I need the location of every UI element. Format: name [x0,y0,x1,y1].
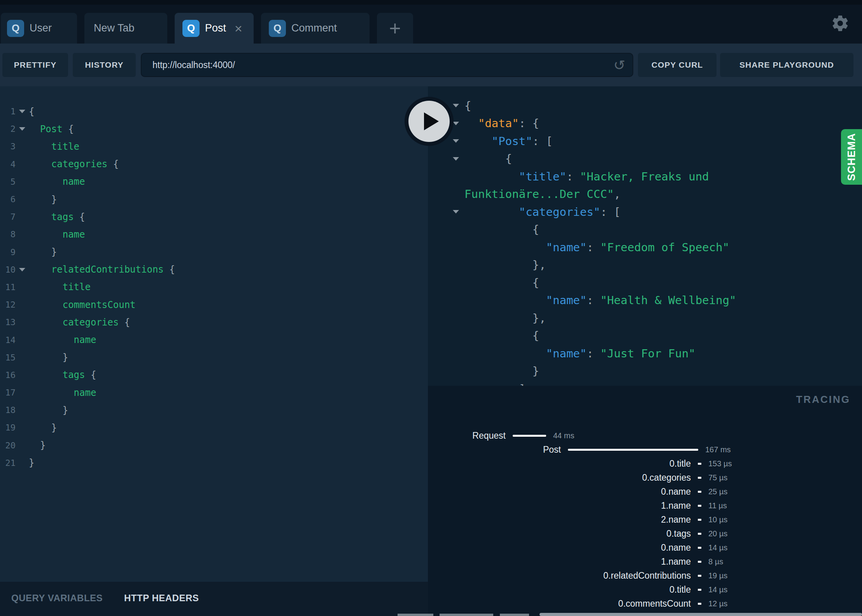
tracing-row-label: 0.commentsCount [428,598,691,609]
schema-side-tab[interactable]: SCHEMA [841,129,862,185]
query-line: 9 } [0,243,428,261]
line-number: 11 [0,282,16,292]
fold-caret-icon[interactable] [19,110,25,113]
tracing-duration-bar [568,449,698,451]
fold-caret-icon[interactable] [453,122,459,125]
line-number: 13 [0,317,16,327]
tracing-row-label: 0.tags [428,528,691,539]
horizontal-scrollbar[interactable] [540,613,862,616]
prettify-button[interactable]: PRETTIFY [2,53,68,77]
response-line: "name": "Just For Fun" [428,345,862,362]
fold-caret-icon[interactable] [453,104,459,107]
tracing-row-value: 12 µs [708,599,727,608]
response-line: Funktionäre...Der CCC", [428,186,862,203]
share-playground-button[interactable]: SHARE PLAYGROUND [720,53,853,77]
line-number: 10 [0,265,16,275]
line-number: 7 [0,212,16,222]
query-line: 21} [0,454,428,472]
copy-curl-button[interactable]: COPY CURL [638,53,717,77]
fold-caret-icon[interactable] [19,268,25,271]
query-line: 17 name [0,384,428,401]
tracing-row-label: 0.categories [428,472,691,483]
http-headers-tab[interactable]: HTTP HEADERS [124,593,199,604]
history-button[interactable]: HISTORY [73,53,136,77]
tab-bar: Q User New Tab Q Post × Q Comment + [0,0,862,44]
line-number: 5 [0,177,16,187]
fold-caret-icon[interactable] [453,210,459,214]
line-number: 15 [0,353,16,362]
line-number: 14 [0,335,16,345]
line-number: 1 [0,107,16,116]
response-line: { [428,150,862,168]
tracing-row-value: 153 µs [708,459,732,468]
tracing-row-label: 0.name [428,542,691,553]
line-number: 17 [0,388,16,397]
query-line: 5 name [0,173,428,191]
tracing-duration-dash [698,505,701,507]
tab-new-tab[interactable]: New Tab [84,13,167,44]
query-line: 20 } [0,437,428,454]
tracing-row-label: Post [428,444,561,455]
response-line: "name": "Health & Wellbeing" [428,292,862,310]
line-number: 2 [0,124,16,134]
schema-tab-label: SCHEMA [846,133,858,181]
tracing-row-value: 14 µs [708,543,727,552]
execute-query-button[interactable] [405,97,454,146]
tracing-row-label: 0.title [428,458,691,469]
close-tab-icon[interactable]: × [235,22,242,35]
toolbar: PRETTIFY HISTORY ↺ COPY CURL SHARE PLAYG… [0,44,862,86]
tracing-row: 0.relatedContributions19 µs [428,569,862,583]
tracing-row: 1.name8 µs [428,555,862,569]
tab-post[interactable]: Q Post × [175,13,254,44]
tracing-row-label: Request [428,430,506,441]
tab-label: Comment [291,22,337,34]
tracing-duration-dash [698,603,701,605]
query-line: 7 tags { [0,208,428,226]
tracing-row-label: 1.name [428,500,691,511]
tracing-row: 0.title14 µs [428,583,862,597]
response-line: "categories": [ [428,203,862,221]
response-viewer[interactable]: { "data": { "Post": [ { "title": "Hacker… [428,86,862,386]
tab-label: User [30,22,52,34]
line-number: 19 [0,423,16,432]
tracing-row-label: 2.name [428,514,691,525]
query-badge-icon: Q [7,20,24,37]
query-variables-tab[interactable]: QUERY VARIABLES [11,593,103,604]
endpoint-url-input[interactable] [141,53,633,77]
add-tab-button[interactable]: + [377,13,413,44]
query-line: 8 name [0,226,428,243]
tracing-panel[interactable]: TRACING Request44 msPost167 ms0.title153… [428,386,862,616]
tracing-row-value: 11 µs [708,501,727,510]
tab-user[interactable]: Q User [1,13,77,44]
tracing-duration-bar [513,435,546,437]
query-line: 14 name [0,331,428,348]
reload-endpoint-icon[interactable]: ↺ [611,58,627,72]
query-line: 4 categories { [0,156,428,173]
query-line: 3 title [0,138,428,155]
tab-comment[interactable]: Q Comment [261,13,370,44]
fold-caret-icon[interactable] [19,127,25,131]
settings-gear-icon[interactable] [831,14,850,33]
query-editor-lines: 1{2 Post {3 title4 categories {5 name6 }… [0,86,428,472]
tracing-row: 0.name25 µs [428,485,862,499]
tracing-row-value: 10 µs [708,515,727,524]
tracing-row: 0.categories75 µs [428,471,862,485]
response-line: { [428,327,862,345]
line-number: 20 [0,441,16,450]
response-line: }, [428,309,862,327]
tracing-duration-dash [698,547,701,549]
line-number: 16 [0,370,16,380]
tracing-duration-dash [698,561,701,563]
query-line: 6 } [0,191,428,208]
clipped-text-fragment [440,614,493,616]
tracing-row-value: 75 µs [708,473,727,482]
response-line: "data": { [428,115,862,133]
line-number: 6 [0,194,16,204]
tracing-row-value: 20 µs [708,529,727,538]
query-editor[interactable]: 1{2 Post {3 title4 categories {5 name6 }… [0,86,428,582]
tracing-row-value: 25 µs [708,487,727,496]
fold-caret-icon[interactable] [453,139,459,143]
tracing-row: 2.name10 µs [428,513,862,527]
tracing-row-value: 44 ms [553,431,574,440]
fold-caret-icon[interactable] [453,157,459,161]
